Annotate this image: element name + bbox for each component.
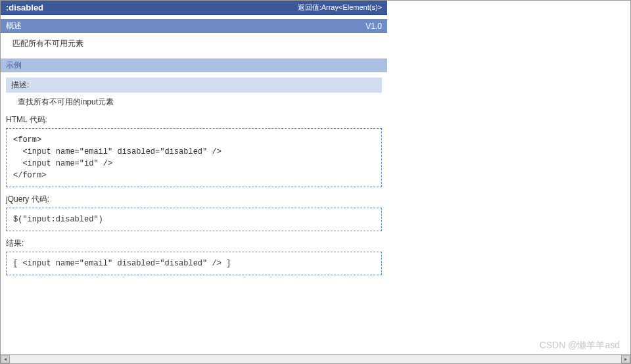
result-box: [ <input name="email" disabled="disabled… xyxy=(6,252,382,275)
scroll-track[interactable] xyxy=(10,355,621,363)
watermark: CSDN @懒羊羊asd xyxy=(540,340,620,352)
overview-header-label: 概述 xyxy=(6,20,22,32)
html-code-box: <form> <input name="email" disabled="dis… xyxy=(6,128,382,187)
title-bar: :disabled 返回值:Array<Element(s)> xyxy=(1,1,387,15)
scroll-right-icon[interactable]: ▸ xyxy=(621,355,630,363)
result-label: 结果: xyxy=(6,238,382,249)
horizontal-scrollbar[interactable]: ◂ ▸ xyxy=(1,354,630,363)
scroll-left-icon[interactable]: ◂ xyxy=(1,355,10,363)
overview-text: 匹配所有不可用元素 xyxy=(1,33,387,55)
description-text: 查找所有不可用的input元素 xyxy=(6,93,382,112)
return-type: 返回值:Array<Element(s)> xyxy=(298,3,382,12)
example-header-label: 示例 xyxy=(6,60,22,71)
overview-header: 概述 V1.0 xyxy=(1,19,387,33)
jquery-code-box: $("input:disabled") xyxy=(6,208,382,231)
description-header: 描述: xyxy=(6,78,382,93)
selector-name: :disabled xyxy=(6,3,43,12)
example-header: 示例 xyxy=(1,58,387,72)
html-code-label: HTML 代码: xyxy=(6,114,382,125)
jquery-code-label: jQuery 代码: xyxy=(6,194,382,205)
overview-version: V1.0 xyxy=(365,22,382,31)
